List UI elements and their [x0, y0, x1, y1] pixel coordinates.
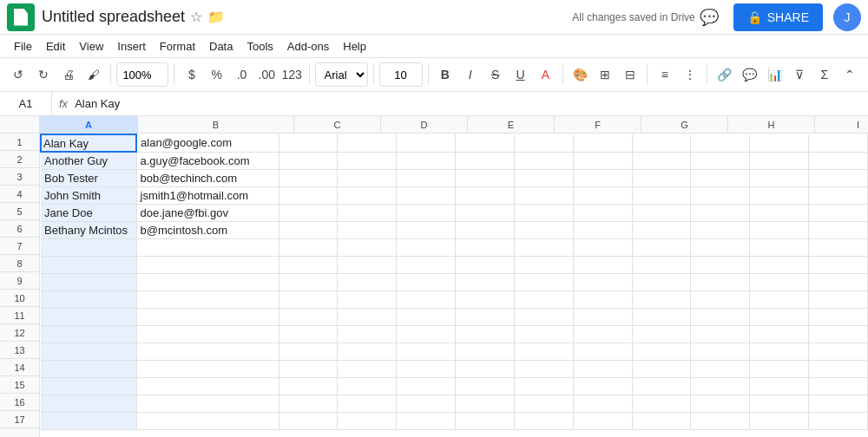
borders-button[interactable]: ⊞ [594, 62, 617, 87]
cell-c16[interactable] [279, 395, 338, 412]
cell-g7[interactable] [514, 238, 573, 256]
row-num-15[interactable]: 15 [0, 376, 39, 394]
cell-c3[interactable] [279, 169, 338, 186]
cell-b5[interactable]: doe.jane@fbi.gov [136, 204, 279, 221]
share-button[interactable]: 🔒 SHARE [733, 3, 823, 31]
cell-f4[interactable] [456, 186, 515, 204]
cell-a9[interactable] [41, 273, 136, 290]
cell-a12[interactable] [41, 325, 136, 342]
row-num-2[interactable]: 2 [0, 151, 39, 168]
cell-h2[interactable] [573, 152, 632, 169]
cell-g2[interactable] [514, 152, 573, 169]
cell-a13[interactable] [41, 342, 136, 360]
cell-g13[interactable] [514, 342, 573, 360]
menu-item-insert[interactable]: Insert [110, 36, 153, 56]
cell-a3[interactable]: Bob Tester [41, 169, 136, 186]
cell-j17[interactable] [691, 412, 750, 429]
cell-k15[interactable] [750, 377, 809, 395]
cell-d5[interactable] [338, 204, 397, 221]
redo-button[interactable]: ↻ [32, 62, 56, 87]
cell-b12[interactable] [136, 325, 279, 342]
cell-a5[interactable]: Jane Doe [41, 204, 136, 221]
cell-l4[interactable] [809, 186, 868, 204]
cell-g3[interactable] [514, 169, 573, 186]
cell-f3[interactable] [456, 169, 515, 186]
expand-button[interactable]: ⌃ [838, 62, 861, 87]
cell-k8[interactable] [750, 256, 809, 273]
row-num-17[interactable]: 17 [0, 411, 39, 428]
cell-j13[interactable] [691, 342, 750, 360]
cell-c8[interactable] [279, 256, 338, 273]
cell-a15[interactable] [41, 377, 136, 395]
row-num-11[interactable]: 11 [0, 307, 39, 324]
currency-button[interactable]: $ [180, 62, 203, 87]
row-num-6[interactable]: 6 [0, 220, 39, 238]
cell-i11[interactable] [632, 308, 691, 325]
bold-button[interactable]: B [434, 62, 457, 87]
cell-d13[interactable] [338, 342, 397, 360]
cell-c11[interactable] [279, 308, 338, 325]
cell-k17[interactable] [750, 412, 809, 429]
cell-h13[interactable] [573, 342, 632, 360]
cell-e5[interactable] [397, 204, 456, 221]
font-color-button[interactable]: A [534, 62, 557, 87]
cell-l1[interactable] [809, 134, 868, 152]
cell-j9[interactable] [691, 273, 750, 290]
cell-a14[interactable] [41, 360, 136, 377]
cell-g17[interactable] [514, 412, 573, 429]
col-header-C[interactable]: C [294, 116, 381, 133]
cell-g11[interactable] [514, 308, 573, 325]
cell-f2[interactable] [456, 152, 515, 169]
cell-c12[interactable] [279, 325, 338, 342]
cell-i10[interactable] [632, 290, 691, 308]
cell-b3[interactable]: bob@techinch.com [136, 169, 279, 186]
cell-h6[interactable] [573, 221, 632, 238]
print-button[interactable]: 🖨 [57, 62, 81, 87]
cell-b8[interactable] [136, 256, 279, 273]
cell-i5[interactable] [632, 204, 691, 221]
cell-a7[interactable] [41, 238, 136, 256]
cell-i4[interactable] [632, 186, 691, 204]
cell-l12[interactable] [809, 325, 868, 342]
cell-h14[interactable] [573, 360, 632, 377]
menu-item-edit[interactable]: Edit [39, 36, 72, 56]
row-num-3[interactable]: 3 [0, 168, 39, 186]
filter-button[interactable]: ⊽ [788, 62, 812, 87]
cell-l11[interactable] [809, 308, 868, 325]
cell-i9[interactable] [632, 273, 691, 290]
cell-d9[interactable] [338, 273, 397, 290]
cell-i14[interactable] [632, 360, 691, 377]
decimal-format-button[interactable]: .0 [230, 62, 253, 87]
row-num-13[interactable]: 13 [0, 342, 39, 359]
row-num-8[interactable]: 8 [0, 255, 39, 272]
cell-k13[interactable] [750, 342, 809, 360]
cell-k3[interactable] [750, 169, 809, 186]
cell-c13[interactable] [279, 342, 338, 360]
comment-add-button[interactable]: 💬 [738, 62, 761, 87]
cell-i6[interactable] [632, 221, 691, 238]
cell-d4[interactable] [338, 186, 397, 204]
menu-item-tools[interactable]: Tools [240, 36, 279, 56]
font-select[interactable]: Arial [315, 62, 368, 87]
cell-j12[interactable] [691, 325, 750, 342]
cell-j8[interactable] [691, 256, 750, 273]
cell-c7[interactable] [279, 238, 338, 256]
cell-b2[interactable]: a.guy@facebook.com [136, 152, 279, 169]
cell-l15[interactable] [809, 377, 868, 395]
menu-item-format[interactable]: Format [153, 36, 202, 56]
function-button[interactable]: Σ [812, 62, 836, 87]
cell-h16[interactable] [573, 395, 632, 412]
merge-button[interactable]: ⊟ [618, 62, 641, 87]
cell-j10[interactable] [691, 290, 750, 308]
col-header-G[interactable]: G [641, 116, 728, 133]
cell-g6[interactable] [514, 221, 573, 238]
cell-b16[interactable] [136, 395, 279, 412]
cell-e1[interactable] [397, 134, 456, 152]
cell-l3[interactable] [809, 169, 868, 186]
cell-j11[interactable] [691, 308, 750, 325]
number-format-button[interactable]: 123 [280, 62, 304, 87]
cell-j5[interactable] [691, 204, 750, 221]
col-header-A[interactable]: A [40, 116, 138, 133]
avatar[interactable]: J [833, 3, 861, 31]
cell-g8[interactable] [514, 256, 573, 273]
